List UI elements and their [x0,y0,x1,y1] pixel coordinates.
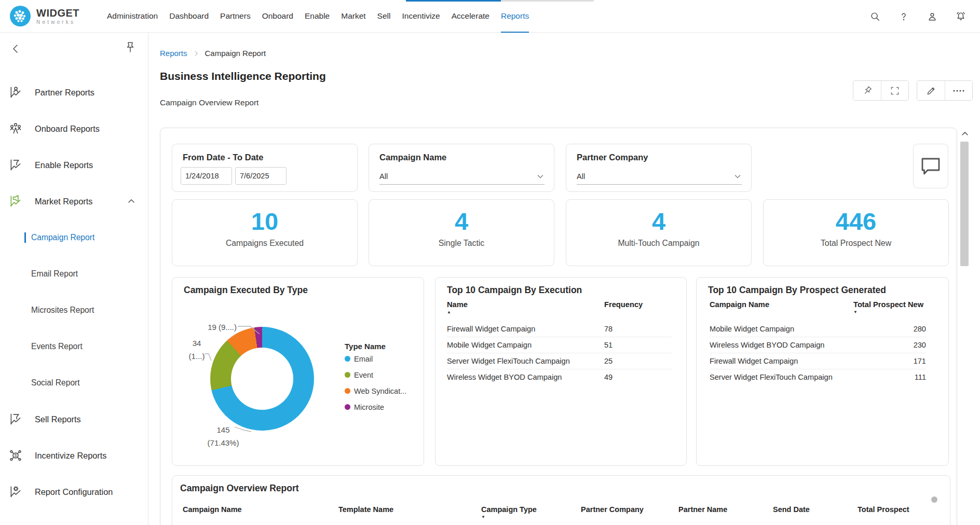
legend-swatch [345,404,350,410]
kpi-campaigns-executed: 10 Campaigns Executed [172,199,358,266]
sidebar-item-label: Social Report [31,378,80,388]
kpi-label: Total Prospect New [764,239,948,248]
more-options-button[interactable] [945,81,972,100]
scrollbar-thumb[interactable] [960,142,969,266]
column-header-send-date[interactable]: Send Date [773,505,857,519]
donut-label-event-value: 34 [181,337,213,350]
table-row[interactable]: Server Widget FlexiTouch Campaign25 [447,353,672,369]
nav-item-reports[interactable]: Reports [501,0,529,33]
column-header-frequency[interactable]: Frequency [604,300,672,314]
sidebar-item-market-reports[interactable]: Market Reports [0,183,147,219]
legend-label: Web Syndicat... [354,387,406,395]
sidebar-item-events-report[interactable]: Events Report [0,328,147,365]
report-canvas: From Date - To Date Campaign Name All Pa… [160,128,957,525]
sidebar-collapse-back-icon[interactable] [9,42,23,56]
sidebar-pin-icon[interactable] [124,41,137,54]
column-header-partner-company[interactable]: Partner Company [581,505,678,519]
nav-item-market[interactable]: Market [341,0,365,33]
nav-item-dashboard[interactable]: Dashboard [169,0,209,33]
table-row[interactable]: Wireless Widget BYOD Campaign230 [710,337,926,353]
to-date-input[interactable] [235,167,287,185]
table-row[interactable]: Firewall Widget Campaign78 [447,321,672,337]
sidebar-menu: Partner Reports Onboard Reports Enable R… [0,74,147,510]
sidebar-item-label: Campaign Report [31,233,94,242]
column-header-name[interactable]: Name ▲ [447,300,604,314]
top10-by-prospect-table: Top 10 Campaign By Prospect Generated Ca… [696,277,949,466]
table-row[interactable]: Server Widget FlexiTouch Campaign111 [710,369,926,385]
sidebar: Partner Reports Onboard Reports Enable R… [0,33,148,525]
sidebar-item-email-report[interactable]: Email Report [0,256,147,292]
sidebar-item-partner-reports[interactable]: Partner Reports [0,74,147,110]
sidebar-item-social-report[interactable]: Social Report [0,365,147,401]
table-title: Top 10 Campaign By Prospect Generated [708,285,886,296]
nav-item-incentivize[interactable]: Incentivize [402,0,440,33]
sidebar-item-campaign-report[interactable]: Campaign Report [0,219,147,256]
table-row[interactable]: Mobile Widget Campaign280 [710,321,926,337]
nav-item-onboard[interactable]: Onboard [262,0,293,33]
sidebar-item-microsites-report[interactable]: Microsites Report [0,292,147,328]
legend-item-web-syndication[interactable]: Web Syndicat... [345,383,406,399]
brand-name: WIDGET [36,8,79,18]
table-row[interactable]: Mobile Widget Campaign51 [447,337,672,353]
table-row[interactable]: Firewall Widget Campaign171 [710,353,926,369]
sort-ascending-icon: ▲ [447,310,604,314]
sidebar-item-report-configuration[interactable]: Report Configuration [0,474,147,510]
search-icon[interactable] [869,11,881,22]
breadcrumb-reports-link[interactable]: Reports [160,49,187,58]
column-header-campaign-name[interactable]: Campaign Name [710,300,853,314]
nav-item-accelerate[interactable]: Accelerate [452,0,489,33]
nav-item-sell[interactable]: Sell [377,0,391,33]
legend-title: Type Name [345,342,406,351]
nav-item-enable[interactable]: Enable [305,0,330,33]
donut-label-email: 145 (71.43%) [202,423,244,449]
sidebar-item-onboard-reports[interactable]: Onboard Reports [0,110,147,147]
notifications-bell-icon[interactable] [955,11,967,22]
market-reports-megaphone-icon [8,194,23,209]
table-row[interactable]: Wireless Widget BYOD Campaign49 [447,369,672,385]
panel-vertical-scrollbar[interactable] [959,128,970,525]
scroll-up-arrow[interactable] [959,128,970,139]
sidebar-item-enable-reports[interactable]: Enable Reports [0,147,147,183]
brand-tagline: Networks [36,19,79,25]
column-header-partner-name[interactable]: Partner Name [678,505,773,519]
campaign-filter-label: Campaign Name [379,153,446,162]
table-title: Top 10 Campaign By Execution [447,285,582,296]
sidebar-item-incentivize-reports[interactable]: $ Incentivize Reports [0,437,147,474]
overview-scrollbar-thumb[interactable] [931,496,937,503]
partner-company-select[interactable]: All [577,168,742,185]
chevron-down-icon [536,172,545,181]
page-subtitle: Campaign Overview Report [160,98,258,107]
kpi-total-prospect-new: 446 Total Prospect New [763,199,949,266]
incentivize-reports-dollar-icon: $ [8,448,23,463]
kpi-value: 4 [566,208,751,235]
breadcrumb: Reports Campaign Report [160,49,266,58]
legend-item-microsite[interactable]: Microsite [345,399,406,415]
column-header-template-name[interactable]: Template Name [338,505,481,519]
column-header-campaign-name[interactable]: Campaign Name [183,505,338,519]
from-date-input[interactable] [181,167,232,185]
campaign-name-select[interactable]: All [379,168,545,185]
legend-item-event[interactable]: Event [345,367,406,383]
edit-pencil-button[interactable] [917,81,945,100]
sidebar-item-sell-reports[interactable]: Sell Reports [0,401,147,437]
user-icon[interactable] [927,11,938,22]
kpi-label: Single Tactic [369,239,554,248]
comments-button[interactable] [913,144,948,188]
report-configuration-gear-icon [8,485,23,499]
column-header-total-prospect-new[interactable]: Total Prospect New ▼ [853,300,926,314]
help-icon[interactable] [898,11,909,22]
nav-item-administration[interactable]: Administration [107,0,158,33]
overview-table-title: Campaign Overview Report [180,483,299,494]
column-header-campaign-type[interactable]: Campaign Type ▼ [481,505,581,519]
legend-label: Email [354,355,373,363]
column-header-total-prospect[interactable]: Total Prospect [857,505,930,519]
pin-report-button[interactable] [853,81,881,100]
nav-item-partners[interactable]: Partners [220,0,251,33]
legend-item-email[interactable]: Email [345,351,406,367]
sidebar-item-label: Events Report [31,342,83,351]
fullscreen-button[interactable] [881,81,908,100]
chevron-down-icon [733,172,742,181]
chart-legend: Type Name Email Event Web Syndicat... Mi… [345,342,406,415]
report-actions [853,80,973,101]
chevron-up-icon[interactable] [127,197,136,206]
